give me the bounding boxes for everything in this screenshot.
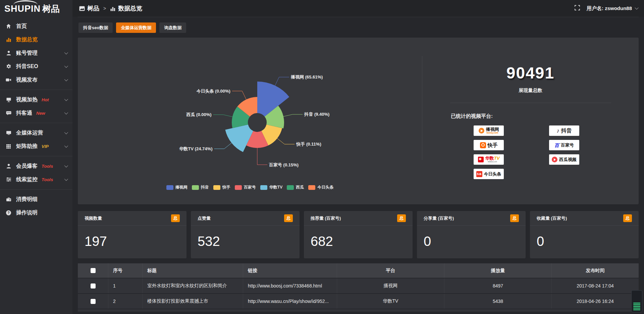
sidebar-item-label: 账号管理 [16, 50, 38, 57]
tools-badge: Tools [42, 177, 53, 182]
legend-item-华数TV[interactable]: 华数TV [260, 185, 282, 190]
widget-bar [633, 309, 640, 310]
platform-subtext: wasu.cn [488, 160, 497, 163]
chevron-down-icon [64, 177, 68, 181]
total-badge: 总 [284, 214, 293, 222]
sidebar-item-label: 线索监控 [16, 176, 38, 183]
cell-no: 2 [108, 294, 142, 309]
sidebar-item-label: 抖客通 [16, 110, 32, 117]
sidebar-item-label: 视频发布 [16, 76, 38, 84]
username-text: 用户名: zswodun88 [587, 5, 632, 12]
card-label: 分享量 (百家号) [424, 215, 454, 221]
home-icon [5, 23, 12, 29]
legend-swatch [308, 185, 315, 190]
sidebar-item-account-mgmt[interactable]: 账号管理 [0, 46, 72, 60]
pie-label-line [232, 91, 246, 99]
pie-label: 播视网 (65.61%) [290, 74, 323, 80]
card-label: 推荐量 (百家号) [311, 215, 341, 221]
fullscreen-icon[interactable] [575, 5, 580, 12]
breadcrumb-home[interactable]: 树品 [87, 4, 99, 12]
col-header-link: 链接 [243, 263, 337, 278]
tab-omnimedia-data[interactable]: 全媒体运营数据 [116, 22, 156, 33]
sidebar-item-omnimedia[interactable]: 全媒体运营 [0, 126, 72, 140]
row-checkbox[interactable] [91, 299, 96, 304]
sidebar-item-help[interactable]: ? 操作说明 [0, 206, 72, 219]
stat-cards-row: 视频数量总 197 点赞量总 532 推荐量 (百家号)总 682 分享量 (百… [78, 211, 639, 258]
pie-label-line [213, 115, 232, 117]
total-badge: 总 [623, 214, 632, 222]
table-header-row: 序号 标题 链接 平台 播放量 发布时间 [78, 263, 639, 278]
sidebar-item-video-heat[interactable]: 视频加热 Hot [0, 93, 72, 106]
col-header-time: 发布时间 [551, 263, 639, 278]
chart-panel: 播视网 (65.61%)抖音 (9.40%)快手 (0.11%)百家号 (0.1… [78, 38, 639, 204]
sidebar-item-member-burst[interactable]: 会员爆客 Tools [0, 159, 72, 173]
widget-bar [633, 308, 640, 309]
card-value: 0 [417, 226, 526, 258]
sidebar-divider [0, 189, 72, 190]
sidebar-item-doketong[interactable]: 抖客通 New [0, 106, 72, 120]
stat-card-favorites: 收藏量 (百家号)总 0 [530, 211, 639, 258]
table-row-partial [78, 309, 639, 312]
sidebar: SHUPIN 树品 首页 数据总览 账号管理 抖音SEO 视频发布 [0, 0, 72, 314]
boosj-logo-icon [479, 128, 484, 134]
col-header-plays: 播放量 [444, 263, 551, 278]
app-logo[interactable]: SHUPIN 树品 [0, 0, 72, 17]
cell-url-link[interactable]: http://www.boosj.com/7338468.html [243, 278, 337, 293]
legend-item-抖音[interactable]: 抖音 [192, 185, 209, 190]
sidebar-item-label: 消费明细 [16, 196, 38, 203]
row-checkbox[interactable] [91, 283, 96, 289]
legend-item-百家号[interactable]: 百家号 [235, 185, 256, 190]
kuaishou-logo-icon [480, 142, 486, 148]
pie-label: 快手 (0.11%) [296, 142, 321, 147]
svg-text:?: ? [7, 211, 9, 215]
legend-item-西瓜[interactable]: 西瓜 [287, 185, 304, 190]
platform-badge-boosj: 播视网boosj.com [474, 125, 504, 136]
platform-subtext: boosj.com [486, 132, 498, 134]
stat-card-recommends: 推荐量 (百家号)总 682 [304, 211, 413, 258]
main-area: 树品 > 数据总览 用户名: zswodun88 抖音seo数据 全媒体运营数据… [72, 0, 644, 312]
legend-item-今日头条[interactable]: 今日头条 [308, 185, 333, 190]
legend-label: 西瓜 [296, 185, 304, 190]
floating-widget[interactable] [631, 290, 642, 312]
cell-title-link[interactable]: 室外水纹灯和室内水纹灯的区别和简介 [142, 278, 243, 293]
sidebar-item-home[interactable]: 首页 [0, 19, 72, 33]
chevron-down-icon [64, 51, 68, 54]
table-row: 2 楼体投影灯投影效果震撼上市 http://www.wasu.cn/Play/… [78, 294, 639, 309]
legend-item-播视网[interactable]: 播视网 [166, 185, 187, 190]
pie-slice-华数TV[interactable] [225, 124, 253, 152]
breadcrumb-home-icon [79, 6, 85, 11]
sidebar-item-video-publish[interactable]: 视频发布 [0, 73, 72, 87]
cell-platform: 播视网 [337, 278, 444, 293]
user-menu[interactable]: 用户名: zswodun88 [587, 5, 637, 12]
platform-badge-xigua: 西瓜视频 [549, 154, 579, 165]
question-circle-icon: ? [5, 210, 12, 216]
cell-url-link[interactable]: http://www.wasu.cn/Play/show/id/952... [243, 294, 337, 309]
gear-icon [5, 64, 12, 69]
sidebar-divider [0, 90, 72, 90]
cell-time: 2018-04-26 16:24 [551, 294, 639, 309]
platform-name: 快手 [488, 143, 498, 148]
sidebar-divider [0, 156, 72, 156]
platform-name: 百家号 [561, 143, 574, 147]
tab-douyin-seo-data[interactable]: 抖音seo数据 [78, 22, 113, 33]
tab-inquiry-data[interactable]: 询盘数据 [159, 22, 186, 33]
card-value: 532 [191, 226, 300, 258]
pie-label: 百家号 (0.15%) [269, 162, 299, 167]
pie-label-line [283, 114, 303, 116]
legend-item-快手[interactable]: 快手 [213, 185, 230, 190]
sidebar-item-data-overview[interactable]: 数据总览 [0, 33, 72, 46]
sidebar-item-label: 操作说明 [16, 209, 38, 216]
sidebar-item-lead-monitor[interactable]: 线索监控 Tools [0, 173, 72, 186]
rose-pie-chart: 播视网 (65.61%)抖音 (9.40%)快手 (0.11%)百家号 (0.1… [78, 38, 422, 185]
videos-table: 序号 标题 链接 平台 播放量 发布时间 1 室外水纹灯和室内水纹灯的区别和简介… [78, 263, 639, 312]
sidebar-item-label: 抖音SEO [16, 63, 38, 70]
stat-card-video-count: 视频数量总 197 [78, 211, 186, 258]
sidebar-item-douyin-seo[interactable]: 抖音SEO [0, 60, 72, 73]
monitor-icon [5, 130, 12, 136]
sidebar-item-matrix-boost[interactable]: 矩阵助推 VIP [0, 140, 72, 153]
sidebar-item-label: 矩阵助推 [16, 143, 38, 150]
sidebar-item-spend-detail[interactable]: 消费明细 [0, 193, 72, 206]
select-all-checkbox[interactable] [91, 268, 96, 273]
cell-title-link[interactable]: 楼体投影灯投影效果震撼上市 [142, 294, 243, 309]
pie-label-line [275, 77, 289, 86]
